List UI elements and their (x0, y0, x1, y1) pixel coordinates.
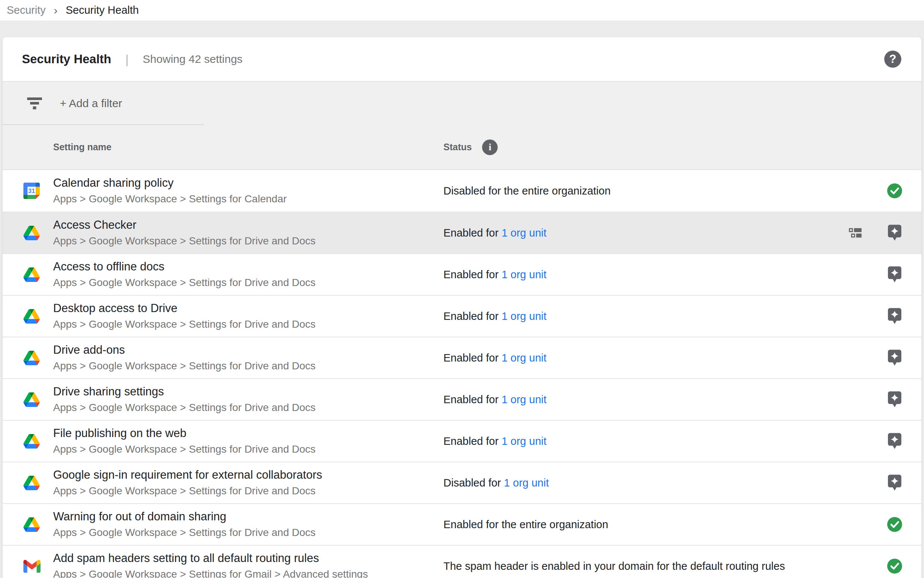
setting-name-cell: Drive sharing settings Apps > Google Wor… (53, 385, 443, 414)
setting-name: Calendar sharing policy (53, 177, 443, 189)
row-actions (849, 213, 921, 253)
end-icon-slot (887, 516, 903, 532)
app-icon-cell: 31 (3, 183, 53, 199)
setting-path: Apps > Google Workspace > Settings for D… (53, 485, 443, 497)
recommendation-icon[interactable] (888, 474, 902, 491)
table-row[interactable]: File publishing on the web Apps > Google… (3, 420, 921, 461)
status-ok-icon (887, 183, 903, 199)
settings-list: 31 Calendar sharing policy Apps > Google… (3, 170, 921, 578)
recommendation-icon[interactable] (888, 224, 902, 241)
setting-name-cell: Add spam headers setting to all default … (53, 552, 443, 578)
google-drive-icon (23, 309, 40, 323)
setting-name-cell: Drive add-ons Apps > Google Workspace > … (53, 344, 443, 372)
setting-name: Google sign-in requirement for external … (53, 469, 443, 481)
filter-list-icon (26, 97, 43, 109)
google-calendar-icon: 31 (23, 183, 40, 199)
status-text: Disabled for the entire organization (443, 185, 611, 197)
table-row[interactable]: Google sign-in requirement for external … (3, 461, 921, 503)
org-unit-link[interactable]: 1 org unit (502, 435, 546, 447)
app-icon-cell (3, 434, 53, 448)
setting-path: Apps > Google Workspace > Settings for D… (53, 402, 443, 414)
table-row[interactable]: Drive add-ons Apps > Google Workspace > … (3, 337, 921, 378)
app-icon-cell (3, 517, 53, 532)
status-cell: Enabled for the entire organization (443, 518, 608, 531)
app-icon-cell (3, 309, 53, 323)
app-icon-cell (3, 392, 53, 407)
google-drive-icon (23, 226, 40, 240)
table-row[interactable]: 31 Calendar sharing policy Apps > Google… (3, 170, 921, 212)
table-row[interactable]: Access Checker Apps > Google Workspace >… (3, 212, 921, 253)
setting-name-cell: Access Checker Apps > Google Workspace >… (53, 219, 443, 247)
setting-name: Desktop access to Drive (53, 302, 443, 315)
org-unit-link[interactable]: 1 org unit (502, 393, 546, 406)
setting-name-cell: File publishing on the web Apps > Google… (53, 427, 443, 455)
google-drive-icon (23, 392, 40, 407)
setting-path: Apps > Google Workspace > Settings for C… (53, 193, 443, 205)
org-unit-link[interactable]: 1 org unit (502, 268, 546, 281)
row-actions (887, 504, 921, 545)
add-filter-button[interactable]: + Add a filter (3, 82, 921, 125)
info-icon[interactable]: i (482, 140, 498, 155)
google-drive-icon (23, 268, 40, 282)
table-row[interactable]: Drive sharing settings Apps > Google Wor… (3, 378, 921, 420)
status-text: Enabled for (443, 310, 502, 322)
org-unit-link[interactable]: 1 org unit (502, 227, 546, 239)
status-cell: Disabled for 1 org unit (443, 477, 549, 489)
setting-path: Apps > Google Workspace > Settings for D… (53, 444, 443, 455)
recommendation-icon[interactable] (888, 391, 902, 408)
row-actions (887, 254, 921, 295)
help-icon[interactable]: ? (884, 50, 901, 68)
recommendation-icon[interactable] (888, 266, 902, 283)
setting-path: Apps > Google Workspace > Settings for D… (53, 235, 443, 247)
column-setting-name: Setting name (53, 142, 112, 153)
breadcrumb-parent[interactable]: Security (7, 4, 46, 16)
security-health-card: Security Health | Showing 42 settings ? … (3, 37, 921, 578)
org-unit-link[interactable]: 1 org unit (504, 477, 549, 489)
table-row[interactable]: Add spam headers setting to all default … (3, 545, 921, 578)
status-ok-icon (887, 516, 903, 532)
setting-name: Access to offline docs (53, 260, 443, 273)
row-actions (887, 379, 921, 420)
end-icon-slot (887, 266, 903, 283)
toolbar: + Add a filter Setting name Status i (3, 81, 921, 170)
breadcrumb-current: Security Health (66, 4, 139, 16)
end-icon-slot (887, 474, 903, 491)
row-actions (887, 462, 921, 503)
setting-name-cell: Google sign-in requirement for external … (53, 469, 443, 497)
setting-name-cell: Desktop access to Drive Apps > Google Wo… (53, 302, 443, 330)
page-title: Security Health (22, 52, 111, 66)
google-drive-icon (23, 351, 40, 365)
status-cell: Enabled for 1 org unit (443, 227, 546, 239)
recommendation-icon[interactable] (888, 349, 902, 366)
table-row[interactable]: Access to offline docs Apps > Google Wor… (3, 253, 921, 295)
org-unit-link[interactable]: 1 org unit (502, 352, 546, 364)
recommendation-icon[interactable] (888, 308, 902, 325)
status-cell: Enabled for 1 org unit (443, 310, 546, 323)
setting-name: Access Checker (53, 219, 443, 231)
org-units-icon[interactable] (849, 228, 862, 238)
org-unit-link[interactable]: 1 org unit (502, 310, 546, 322)
info-glyph: i (489, 142, 491, 153)
app-icon-cell (3, 268, 53, 282)
table-row[interactable]: Warning for out of domain sharing Apps >… (3, 503, 921, 545)
end-icon-slot (887, 224, 903, 241)
recommendation-icon[interactable] (888, 433, 902, 450)
app-icon-cell (3, 476, 53, 490)
app-icon-cell (3, 351, 53, 365)
row-actions (887, 170, 921, 212)
status-text: Enabled for (443, 268, 502, 281)
status-text: Disabled for (443, 477, 504, 489)
status-text: Enabled for (443, 352, 502, 364)
breadcrumb: Security › Security Health (0, 0, 924, 21)
title-divider: | (125, 52, 129, 67)
end-icon-slot (887, 183, 903, 199)
end-icon-slot (887, 308, 903, 325)
status-text: Enabled for (443, 435, 502, 447)
status-ok-icon (887, 558, 903, 574)
setting-name: Add spam headers setting to all default … (53, 552, 443, 565)
setting-path: Apps > Google Workspace > Settings for D… (53, 527, 443, 539)
setting-path: Apps > Google Workspace > Settings for G… (53, 569, 443, 578)
status-cell: Enabled for 1 org unit (443, 268, 546, 281)
table-row[interactable]: Desktop access to Drive Apps > Google Wo… (3, 295, 921, 337)
help-glyph: ? (890, 52, 896, 66)
